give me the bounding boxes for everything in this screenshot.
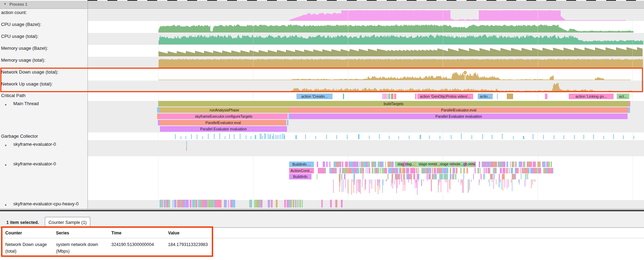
main-thread-slice[interactable]: ParallelEvaluator.eval [289, 107, 628, 113]
main-thread-slice[interactable]: Parallel Evaluator evaluation [160, 126, 287, 132]
track-label-text: Memory usage (Bazel): [1, 46, 48, 51]
skyframe-slice-label[interactable]: stag:stag... [395, 162, 417, 167]
skyframe-slice[interactable]: ActionConti... [289, 168, 314, 173]
track-label-memory-usage-total[interactable]: Memory usage (total): [0, 57, 88, 63]
main-thread-slice[interactable] [629, 101, 630, 107]
disclosure-triangle-icon[interactable]: ▾ [5, 162, 7, 168]
main-thread-slice[interactable]: ParallelEvaluator.eval [160, 120, 286, 125]
main-thread-slice[interactable] [157, 107, 160, 113]
critical-path-slice[interactable] [394, 94, 396, 99]
main-thread-slice[interactable] [628, 107, 630, 113]
track-label-panel: action count:CPU usage (Bazel):CPU usage… [0, 9, 88, 209]
track-label-garbage-collector[interactable]: Garbage Collector [0, 134, 88, 139]
critical-path-slice[interactable] [415, 94, 416, 99]
critical-path-slice[interactable] [386, 94, 387, 99]
skyframe-slice[interactable]: BuildInfo [289, 174, 312, 179]
critical-path-slice[interactable] [497, 94, 498, 99]
track-label-text: Main Thread [13, 101, 39, 107]
critical-path-slice[interactable] [545, 94, 547, 99]
track-label-text: Garbage Collector [1, 134, 38, 139]
critical-path-slice[interactable] [388, 94, 390, 99]
track-label-main-thread[interactable]: ▾Main Thread [0, 101, 88, 107]
disclosure-triangle-icon[interactable]: ▾ [5, 102, 7, 108]
track-label-cpu-usage-total[interactable]: CPU usage (total): [0, 34, 88, 39]
panel-divider[interactable] [88, 1, 88, 209]
disclosure-triangle-icon[interactable]: ▾ [5, 143, 7, 148]
disclosure-triangle-icon[interactable]: ▾ [5, 202, 7, 208]
track-label-text: skyframe-evaluator-0 [13, 161, 56, 167]
track-label-text: action count: [1, 10, 27, 15]
process-label: Process 1 [9, 2, 27, 6]
highlight-box-counter-table [1, 226, 213, 257]
main-thread-slice[interactable]: Parallel Evaluator evaluation [290, 114, 628, 119]
critical-path-slice[interactable] [391, 94, 393, 99]
critical-path-slice[interactable]: actio... [478, 94, 493, 99]
track-label-memory-usage-bazel[interactable]: Memory usage (Bazel): [0, 46, 88, 51]
highlight-box-network-rows [0, 68, 643, 92]
critical-path-slice[interactable] [507, 94, 513, 99]
critical-path-slice[interactable]: act... [617, 94, 629, 99]
main-thread-slice[interactable]: runAnalysisPhase [160, 107, 289, 113]
main-thread-slice[interactable] [287, 120, 288, 125]
track-label-critical-path[interactable]: Critical Path [0, 93, 88, 98]
trace-viewer: action 'Creatin...action 'GenObjcProtos … [0, 0, 644, 260]
track-label-skyframe-evaluator-0[interactable]: ▾skyframe-evaluator-0 [0, 142, 88, 147]
track-label-text: CPU usage (total): [1, 34, 38, 39]
track-label-text: skyframe-evaluator-cpu-heavy-0 [13, 201, 78, 207]
main-thread-slice[interactable]: buildTargets [158, 101, 629, 107]
track-label-text: Memory usage (total): [1, 57, 45, 63]
track-label-action-count[interactable]: action count: [0, 10, 88, 15]
track-label-text: Critical Path [1, 93, 26, 98]
track-label-cpu-usage-bazel[interactable]: CPU usage (Bazel): [0, 22, 88, 27]
track-label-text: CPU usage (Bazel): [1, 22, 41, 27]
process-header[interactable]: ▾ Process 1 [0, 1, 644, 9]
track-label-skyframe-evaluator-cpu-heavy-0[interactable]: ▾skyframe-evaluator-cpu-heavy-0 [0, 201, 88, 207]
main-thread-slice[interactable] [157, 114, 160, 119]
skyframe-slice-label[interactable]: stage remot...stage remote...gb.remot... [419, 162, 475, 167]
critical-path-slice[interactable] [343, 94, 344, 99]
skyframe-slice[interactable]: BuildInfo ... [289, 162, 314, 167]
critical-path-slice[interactable]: action 'GenObjcProtos video/... [417, 94, 473, 99]
critical-path-slice[interactable] [383, 94, 384, 99]
track-label-skyframe-evaluator-0[interactable]: ▾skyframe-evaluator-0 [0, 161, 88, 167]
tab-strip: 1 item selected. Counter Sample (1) [0, 211, 644, 228]
critical-path-slice[interactable]: action 'Creatin... [296, 94, 332, 99]
disclosure-triangle-icon[interactable]: ▾ [4, 2, 6, 6]
track-label-text: skyframe-evaluator-0 [13, 142, 56, 147]
selection-status: 1 item selected. [6, 220, 39, 225]
main-thread-slice[interactable]: skyframeExecutor.configureTargets [160, 114, 288, 119]
critical-path-slice[interactable]: action 'Linking go... [569, 94, 614, 99]
critical-path-slice[interactable] [384, 94, 386, 99]
